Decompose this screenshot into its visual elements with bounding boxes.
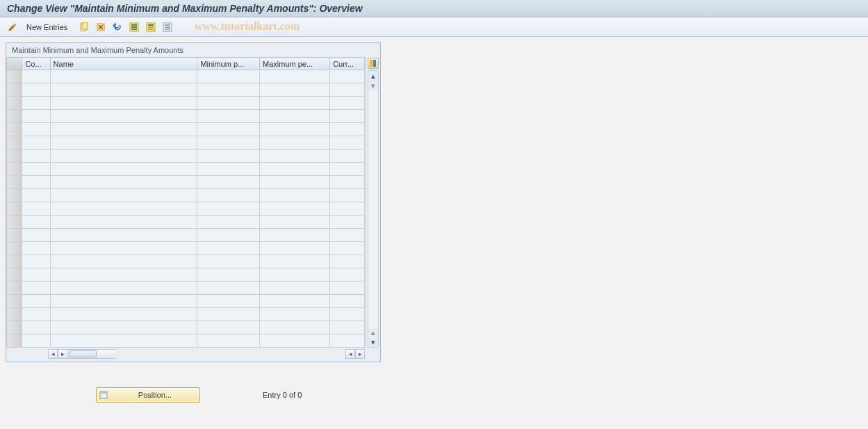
cell-co[interactable] [22, 229, 50, 242]
row-selector[interactable] [7, 321, 22, 334]
row-selector[interactable] [7, 308, 22, 321]
cell-max[interactable] [260, 136, 330, 149]
deselect-all-icon[interactable] [161, 20, 174, 34]
hscroll-thumb[interactable] [69, 350, 97, 357]
cell-co[interactable] [22, 268, 50, 282]
cell-co[interactable] [22, 202, 50, 216]
cell-min[interactable] [197, 149, 260, 163]
undo-icon[interactable] [110, 20, 124, 34]
table-settings-button[interactable] [368, 58, 379, 69]
cell-curr[interactable] [330, 70, 365, 83]
cell-curr[interactable] [330, 255, 365, 268]
cell-co[interactable] [22, 334, 50, 348]
row-selector[interactable] [7, 149, 22, 163]
table-row[interactable] [7, 334, 365, 348]
row-selector[interactable] [7, 83, 22, 97]
cell-max[interactable] [260, 110, 330, 123]
cell-co[interactable] [22, 189, 50, 202]
toggle-display-change-icon[interactable] [6, 20, 19, 34]
row-selector[interactable] [7, 176, 22, 189]
cell-min[interactable] [197, 216, 260, 229]
column-header-min[interactable]: Minimum p... [197, 58, 260, 70]
cell-min[interactable] [197, 308, 260, 321]
table-row[interactable] [7, 149, 365, 163]
cell-min[interactable] [197, 229, 260, 242]
scroll-down-icon[interactable]: ▾ [368, 337, 378, 347]
column-header-name[interactable]: Name [50, 58, 197, 70]
table-row[interactable] [7, 229, 365, 242]
table-row[interactable] [7, 242, 365, 255]
table-row[interactable] [7, 110, 365, 123]
cell-name[interactable] [50, 242, 197, 255]
cell-min[interactable] [197, 255, 260, 268]
table-row[interactable] [7, 83, 365, 97]
row-selector[interactable] [7, 229, 22, 242]
cell-name[interactable] [50, 295, 197, 308]
cell-name[interactable] [50, 282, 197, 295]
cell-max[interactable] [260, 255, 330, 268]
cell-curr[interactable] [330, 334, 365, 348]
cell-min[interactable] [197, 176, 260, 189]
cell-name[interactable] [50, 308, 197, 321]
cell-min[interactable] [197, 295, 260, 308]
cell-name[interactable] [50, 176, 197, 189]
cell-min[interactable] [197, 97, 260, 110]
cell-name[interactable] [50, 321, 197, 334]
cell-curr[interactable] [330, 216, 365, 229]
hscroll-track[interactable] [67, 349, 116, 359]
cell-curr[interactable] [330, 97, 365, 110]
table-row[interactable] [7, 202, 365, 216]
cell-min[interactable] [197, 242, 260, 255]
table-row[interactable] [7, 189, 365, 202]
cell-min[interactable] [197, 202, 260, 216]
cell-co[interactable] [22, 308, 50, 321]
cell-name[interactable] [50, 255, 197, 268]
cell-min[interactable] [197, 334, 260, 348]
cell-curr[interactable] [330, 229, 365, 242]
scroll-track[interactable] [368, 90, 378, 327]
scroll-down2-icon[interactable]: ▴ [368, 327, 378, 337]
cell-curr[interactable] [330, 268, 365, 282]
cell-name[interactable] [50, 149, 197, 163]
cell-name[interactable] [50, 123, 197, 136]
cell-max[interactable] [260, 70, 330, 83]
position-button[interactable]: Position... [96, 387, 200, 403]
cell-max[interactable] [260, 321, 330, 334]
cell-curr[interactable] [330, 295, 365, 308]
cell-name[interactable] [50, 229, 197, 242]
cell-co[interactable] [22, 110, 50, 123]
cell-max[interactable] [260, 189, 330, 202]
column-header-max[interactable]: Maximum pe... [260, 58, 330, 70]
table-row[interactable] [7, 97, 365, 110]
table-row[interactable] [7, 321, 365, 334]
row-selector[interactable] [7, 242, 22, 255]
cell-max[interactable] [260, 97, 330, 110]
cell-max[interactable] [260, 282, 330, 295]
cell-max[interactable] [260, 308, 330, 321]
cell-name[interactable] [50, 110, 197, 123]
cell-min[interactable] [197, 268, 260, 282]
cell-curr[interactable] [330, 282, 365, 295]
cell-co[interactable] [22, 123, 50, 136]
cell-max[interactable] [260, 242, 330, 255]
row-selector[interactable] [7, 295, 22, 308]
cell-co[interactable] [22, 295, 50, 308]
cell-co[interactable] [22, 321, 50, 334]
cell-curr[interactable] [330, 163, 365, 176]
row-selector[interactable] [7, 202, 22, 216]
row-selector[interactable] [7, 163, 22, 176]
cell-curr[interactable] [330, 176, 365, 189]
cell-curr[interactable] [330, 189, 365, 202]
table-row[interactable] [7, 176, 365, 189]
cell-max[interactable] [260, 268, 330, 282]
cell-name[interactable] [50, 136, 197, 149]
new-entries-button[interactable]: New Entries [22, 22, 72, 33]
cell-curr[interactable] [330, 110, 365, 123]
table-row[interactable] [7, 295, 365, 308]
column-row-selector[interactable] [7, 58, 22, 70]
row-selector[interactable] [7, 189, 22, 202]
cell-name[interactable] [50, 83, 197, 97]
cell-min[interactable] [197, 83, 260, 97]
cell-co[interactable] [22, 70, 50, 83]
cell-name[interactable] [50, 268, 197, 282]
